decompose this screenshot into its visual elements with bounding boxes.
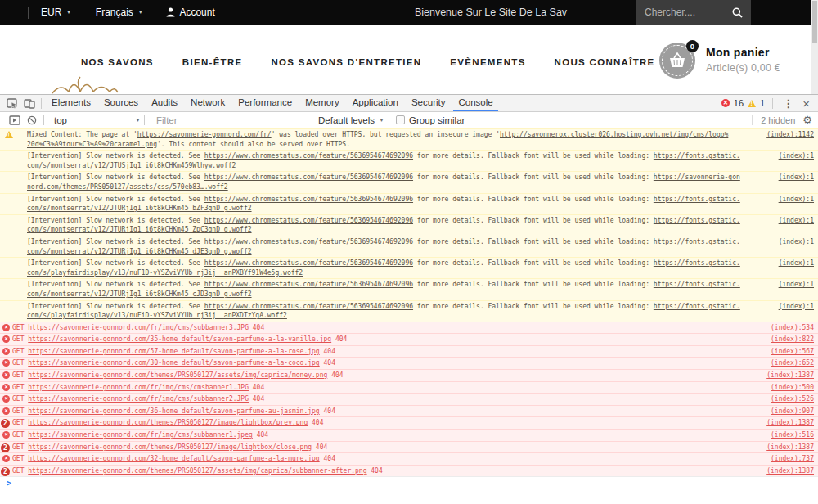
clear-console-icon[interactable] [23,113,40,128]
console-link[interactable]: com/s/montserrat/v12/JTURjIg1_i6t8kCHKm4… [27,248,252,255]
console-link[interactable]: com/s/playfairdisplay/v13/nuF1D-vYSZviVY… [27,269,303,277]
nav-item-bien-tre[interactable]: BIEN-ÊTRE [182,57,243,67]
request-url-link[interactable]: https://savonnerie-gonnord.com/themes/PR… [28,443,312,451]
tab-audits[interactable]: Audits [146,95,182,111]
source-link[interactable]: (index):1387 [766,442,814,453]
cart-widget[interactable]: 0 Mon panier Article(s) 0,00 € [659,43,695,79]
request-url-link[interactable]: https://savonnerie-gonnord.com/themes/PR… [28,419,308,426]
console-link[interactable]: https://fonts.gstatic. [654,259,740,267]
scrollbar-thumb[interactable] [812,1,817,43]
source-link[interactable]: (index):1387 [766,466,814,477]
log-levels-selector[interactable]: Default levels ▼ [318,115,384,125]
device-toolbar-icon[interactable] [20,96,38,110]
source-link[interactable]: (index):1142 [766,130,814,140]
console-link[interactable]: https://www.chromestatus.com/feature/563… [204,152,413,160]
request-url-link[interactable]: https://savonnerie-gonnord.com/themes/PR… [28,371,327,379]
console-link[interactable]: https://www.chromestatus.com/feature/563… [204,217,413,224]
nav-item-nos-savons[interactable]: NOS SAVONS [81,57,154,67]
nav-item-ev-nements[interactable]: EVÈNEMENTS [450,57,525,67]
request-url-link[interactable]: https://savonnerie-gonnord.com/fr/img/cm… [28,324,249,331]
request-url-link[interactable]: https://savonnerie-gonnord.com/30-home_d… [28,359,319,367]
console-link[interactable]: https://fonts.gstatic. [654,303,740,310]
source-link[interactable]: (index):500 [771,382,814,394]
console-link[interactable]: http://savonnerox.cluster026.hosting.ovh… [500,131,728,138]
console-link[interactable]: com/s/montserrat/v12/JTUSjIg1_i6t8kCHKm4… [27,162,236,169]
console-link[interactable]: https://www.chromestatus.com/feature/563… [204,259,413,267]
source-link[interactable]: (index):516 [771,430,814,441]
console-link[interactable]: https://savonnerie-gonnord.com/fr/ [137,131,272,138]
console-link[interactable]: com/s/montserrat/v12/JTURjIg1_i6t8kCHKm4… [27,205,252,212]
tab-performance[interactable]: Performance [233,95,297,111]
request-url-link[interactable]: https://savonnerie-gonnord.com/fr/img/cm… [28,395,249,403]
console-sidebar-icon[interactable] [6,113,23,128]
source-link[interactable]: (index):1 [779,151,814,161]
tab-elements[interactable]: Elements [47,95,96,111]
console-link[interactable]: 20d%C3%A9tour%C3%A9%20caramel.png [27,141,157,148]
console-link[interactable]: https://fonts.gstatic. [654,217,740,224]
tab-network[interactable]: Network [186,95,230,111]
currency-selector[interactable]: EUR ▾ [28,7,83,19]
console-link[interactable]: https://fonts.gstatic. [654,281,740,288]
source-link[interactable]: (index):1 [779,280,814,290]
console-link[interactable]: https://www.chromestatus.com/feature/563… [204,303,413,310]
source-link[interactable]: (index):1 [779,302,814,312]
request-url-link[interactable]: https://savonnerie-gonnord.com/fr/img/cm… [28,431,253,439]
inspect-element-icon[interactable] [3,96,20,110]
tab-security[interactable]: Security [407,95,451,111]
search-icon[interactable] [732,7,743,18]
source-link[interactable]: (index):1 [779,173,814,182]
context-selector[interactable]: top ▼ [54,115,141,125]
page-scrollbar[interactable] [811,0,818,94]
kebab-menu-icon[interactable]: ⋮ [780,97,796,110]
request-url-link[interactable]: https://savonnerie-gonnord.com/36-home_d… [28,407,319,415]
search-box[interactable]: Chercher.... [636,0,751,25]
hidden-messages-count[interactable]: 2 hidden [752,115,802,125]
source-link[interactable]: (index):534 [771,322,814,334]
close-devtools-icon[interactable]: × [800,97,812,110]
console-link[interactable]: com/s/playfairdisplay/v13/nuFiD-vYSZviVY… [27,312,287,319]
request-url-link[interactable]: https://savonnerie-gonnord.com/57-home_d… [28,348,319,355]
language-selector[interactable]: Français ▾ [83,7,155,19]
console-link[interactable]: https://fonts.gstatic. [654,238,740,245]
console-link[interactable]: com/s/montserrat/v12/JTURjIg1_i6t8kCHKm4… [27,226,252,233]
source-link[interactable]: (index):1 [779,216,814,226]
nav-item-nous-conna-tre[interactable]: NOUS CONNAÎTRE [555,57,655,67]
console-link[interactable]: https://www.chromestatus.com/feature/563… [204,238,413,245]
request-url-link[interactable]: https://savonnerie-gonnord.com/32-home_d… [28,455,319,462]
source-link[interactable]: (index):822 [771,334,814,345]
filter-input[interactable]: Filter [156,115,315,125]
console-link[interactable]: https://fonts.gstatic. [654,196,740,203]
source-link[interactable]: (index):652 [771,358,814,369]
console-link[interactable]: https://www.chromestatus.com/feature/563… [204,281,413,288]
console-settings-icon[interactable]: ⚙ [802,114,812,126]
source-link[interactable]: (index):1 [779,259,814,268]
source-link[interactable]: (index):737 [771,453,814,465]
tab-console[interactable]: Console [453,95,497,111]
request-url-link[interactable]: https://savonnerie-gonnord.com/fr/img/cm… [28,384,249,391]
source-link[interactable]: (index):1387 [766,370,814,381]
source-link[interactable]: (index):526 [771,394,814,405]
console-link[interactable]: https://savonnerie-gon [654,173,740,181]
console-link[interactable]: https://www.chromestatus.com/feature/563… [204,173,413,181]
tab-application[interactable]: Application [348,95,403,111]
tab-memory[interactable]: Memory [300,95,344,111]
nav-item-nos-savons-d-entretien[interactable]: NOS SAVONS D'ENTRETIEN [272,57,422,67]
search-input[interactable]: Chercher.... [645,7,695,18]
tab-sources[interactable]: Sources [99,95,143,111]
message-line-1: [Intervention] Slow network is detected.… [27,237,771,247]
console-link[interactable]: https://fonts.gstatic. [654,152,740,160]
console-link[interactable]: com/s/montserrat/v12/JTURjIg1_i6t8kCHKm4… [27,290,252,298]
request-url-link[interactable]: https://savonnerie-gonnord.com/35-home_d… [28,335,331,343]
source-link[interactable]: (index):1 [779,195,814,205]
console-link[interactable]: https://www.chromestatus.com/feature/563… [204,196,413,203]
cart-label[interactable]: Mon panier [706,46,780,59]
console-prompt[interactable]: > [0,476,818,489]
source-link[interactable]: (index):907 [771,406,814,417]
source-link[interactable]: (index):1387 [766,417,814,429]
group-similar-checkbox[interactable] [396,115,405,124]
request-url-link[interactable]: https://savonnerie-gonnord.com/themes/PR… [28,467,366,475]
source-link[interactable]: (index):567 [771,346,814,358]
source-link[interactable]: (index):1 [779,237,814,247]
account-link[interactable]: Account [154,7,227,19]
console-link[interactable]: nord.com/themes/PRS050127/assets/css/570… [27,183,228,191]
